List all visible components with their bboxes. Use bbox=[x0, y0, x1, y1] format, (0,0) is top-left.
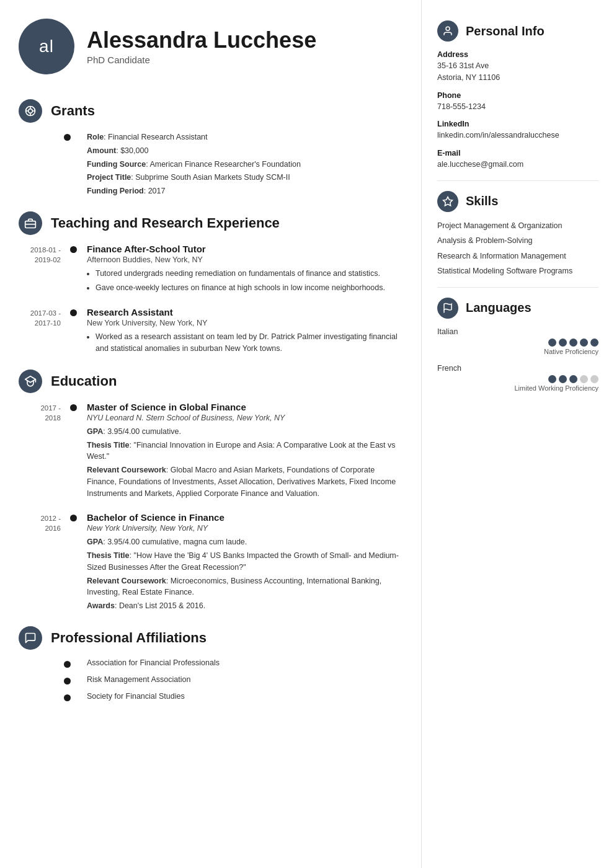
affil-content-1: Risk Management Association bbox=[78, 675, 403, 684]
affil-dot-1 bbox=[64, 678, 71, 684]
languages-icon bbox=[437, 298, 458, 319]
lang-dots-1 bbox=[437, 375, 598, 383]
lang-label-1: Limited Working Proficiency bbox=[437, 384, 598, 392]
language-item-1: French Limited Working Proficiency bbox=[437, 364, 598, 392]
edu-gpa-1: GPA: 3.95/4.00 cumulative, magna cum lau… bbox=[87, 536, 403, 548]
edu-date-1: 2012 -2016 bbox=[19, 512, 68, 614]
exp-bullet-0-1: Gave once-weekly lectures on finance at … bbox=[96, 282, 403, 294]
personal-info-icon bbox=[437, 20, 458, 42]
edu-item-1: 2012 -2016 Bachelor of Science in Financ… bbox=[19, 512, 403, 614]
address-block: Address 35-16 31st Ave Astoria, NY 11106 bbox=[437, 50, 598, 84]
skills-icon bbox=[437, 191, 458, 212]
affiliation-item-1: Risk Management Association bbox=[19, 675, 403, 684]
exp-dot-0 bbox=[70, 246, 77, 253]
exp-content-0: Finance After-School Tutor Afternoon Bud… bbox=[78, 244, 403, 296]
lang-dot-1-1 bbox=[559, 375, 567, 383]
grant-project: Project Title: Subprime South Asian Mark… bbox=[87, 172, 403, 184]
exp-dot-col-0 bbox=[68, 244, 78, 296]
personal-info-title: Personal Info bbox=[466, 24, 545, 38]
grants-header: Grants bbox=[19, 99, 403, 123]
experience-item-1: 2017-03 -2017-10 Research Assistant New … bbox=[19, 307, 403, 357]
skills-header: Skills bbox=[437, 191, 598, 212]
exp-title-0: Finance After-School Tutor bbox=[87, 244, 403, 254]
affil-dot-0 bbox=[64, 661, 71, 668]
lang-name-0: Italian bbox=[437, 327, 598, 336]
education-title: Education bbox=[51, 373, 117, 389]
avatar: al bbox=[19, 19, 74, 74]
affil-content-0: Association for Financial Professionals bbox=[78, 658, 403, 668]
grants-title: Grants bbox=[51, 103, 95, 119]
lang-dot-0-1 bbox=[559, 339, 567, 347]
grants-icon bbox=[19, 99, 42, 123]
edu-title-0: Master of Science in Global Finance bbox=[87, 402, 403, 412]
skill-item-0: Project Management & Organization bbox=[437, 221, 598, 232]
exp-date-1: 2017-03 -2017-10 bbox=[19, 307, 68, 357]
exp-bullets-0: Tutored undergrads needing remediation o… bbox=[87, 268, 403, 294]
grant-item: Role: Financial Research Assistant Amoun… bbox=[19, 131, 403, 199]
affil-content-2: Society for Financial Studies bbox=[78, 692, 403, 701]
address-label: Address bbox=[437, 50, 598, 59]
svg-point-10 bbox=[446, 27, 450, 30]
affil-dot-col-2 bbox=[19, 692, 78, 701]
svg-point-1 bbox=[29, 109, 33, 113]
edu-dot-0 bbox=[70, 404, 77, 411]
linkedin-value: linkedin.com/in/alessandralucchese bbox=[437, 130, 598, 141]
main-column: al Alessandra Lucchese PhD Candidate bbox=[0, 0, 422, 868]
resume-container: al Alessandra Lucchese PhD Candidate bbox=[0, 0, 614, 868]
exp-dot-1 bbox=[70, 309, 77, 316]
affil-dot-col-1 bbox=[19, 675, 78, 684]
divider-2 bbox=[437, 287, 598, 288]
grant-period: Funding Period: 2017 bbox=[87, 185, 403, 197]
lang-dot-0-2 bbox=[569, 339, 577, 347]
grant-amount: Amount: $30,000 bbox=[87, 145, 403, 157]
language-item-0: Italian Native Proficiency bbox=[437, 327, 598, 355]
skills-title: Skills bbox=[466, 194, 498, 208]
grant-content: Role: Financial Research Assistant Amoun… bbox=[78, 131, 403, 199]
lang-dot-1-3 bbox=[580, 375, 588, 383]
personal-info-header: Personal Info bbox=[437, 20, 598, 42]
edu-dot-col-0 bbox=[68, 402, 78, 502]
flag-icon bbox=[442, 303, 453, 314]
edu-thesis-0: Thesis Title: "Financial Innovation in E… bbox=[87, 440, 403, 463]
experience-item-0: 2018-01 -2019-02 Finance After-School Tu… bbox=[19, 244, 403, 296]
affiliation-item-0: Association for Financial Professionals bbox=[19, 658, 403, 668]
grant-source: Funding Source: American Finance Researc… bbox=[87, 159, 403, 170]
phone-label: Phone bbox=[437, 91, 598, 100]
experience-section: Teaching and Research Experience 2018-01… bbox=[19, 211, 403, 357]
affiliation-item-2: Society for Financial Studies bbox=[19, 692, 403, 701]
languages-title: Languages bbox=[466, 301, 532, 315]
experience-title: Teaching and Research Experience bbox=[51, 215, 280, 231]
languages-section: Languages Italian Native Proficiency Fre… bbox=[437, 298, 598, 392]
grants-section: Grants Role: Financial Research Assistan… bbox=[19, 99, 403, 199]
edu-coursework-1: Relevant Coursework: Microeconomics, Bus… bbox=[87, 575, 403, 599]
linkedin-label: LinkedIn bbox=[437, 120, 598, 128]
affil-dot-col-0 bbox=[19, 658, 78, 668]
exp-bullet-0-0: Tutored undergrads needing remediation o… bbox=[96, 268, 403, 280]
phone-block: Phone 718-555-1234 bbox=[437, 91, 598, 113]
edu-gpa-0: GPA: 3.95/4.00 cumulative. bbox=[87, 426, 403, 438]
lang-dot-1-2 bbox=[569, 375, 577, 383]
edu-awards-1: Awards: Dean's List 2015 & 2016. bbox=[87, 600, 403, 612]
email-label: E-mail bbox=[437, 149, 598, 157]
phone-value: 718-555-1234 bbox=[437, 101, 598, 113]
education-header: Education bbox=[19, 370, 403, 393]
lang-dot-0-0 bbox=[548, 339, 556, 347]
affiliations-title: Professional Affiliations bbox=[51, 630, 207, 646]
experience-header: Teaching and Research Experience bbox=[19, 211, 403, 235]
header-section: al Alessandra Lucchese PhD Candidate bbox=[19, 19, 403, 81]
address-line1: 35-16 31st Ave bbox=[437, 60, 598, 72]
comment-icon bbox=[24, 632, 37, 644]
briefcase-icon bbox=[24, 217, 37, 229]
edu-title-1: Bachelor of Science in Finance bbox=[87, 512, 403, 523]
avatar-initials: al bbox=[39, 37, 54, 56]
grant-role: Role: Financial Research Assistant bbox=[87, 131, 403, 143]
education-icon bbox=[19, 370, 42, 393]
personal-info-section: Personal Info Address 35-16 31st Ave Ast… bbox=[437, 20, 598, 170]
grant-dot bbox=[64, 134, 71, 141]
exp-title-1: Research Assistant bbox=[87, 307, 403, 317]
graduation-icon bbox=[24, 375, 37, 388]
candidate-name: Alessandra Lucchese bbox=[87, 28, 316, 53]
grant-dot-col bbox=[19, 131, 78, 199]
affiliations-icon bbox=[19, 626, 42, 650]
exp-dot-col-1 bbox=[68, 307, 78, 357]
